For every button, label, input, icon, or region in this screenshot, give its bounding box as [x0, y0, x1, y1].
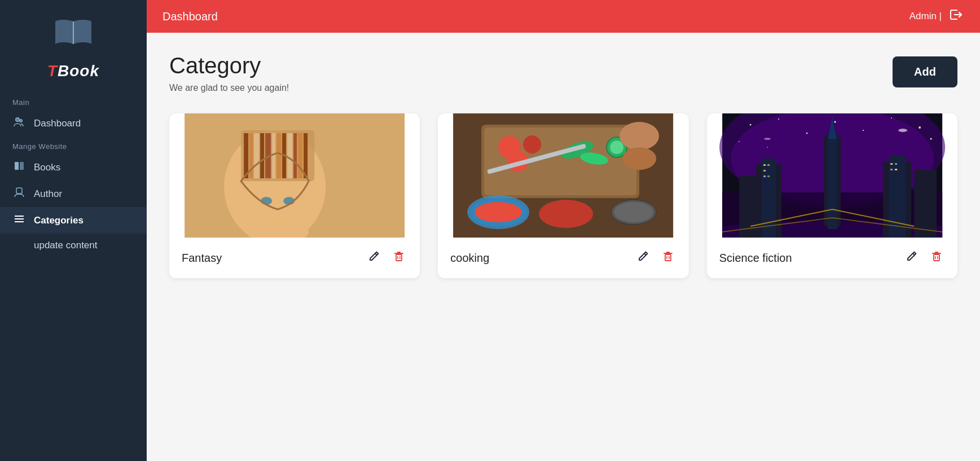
svg-point-63 [930, 138, 931, 140]
svg-point-62 [739, 141, 740, 142]
svg-rect-7 [16, 188, 22, 194]
svg-point-60 [891, 117, 892, 118]
cooking-delete-button[interactable] [660, 248, 676, 268]
sci-fi-edit-button[interactable] [903, 248, 920, 268]
fantasy-actions [366, 248, 407, 268]
svg-rect-6 [20, 162, 24, 170]
sidebar-logo-container [0, 0, 147, 62]
fantasy-label: Fantasy [182, 252, 222, 265]
sidebar-dashboard-label: Dashboard [34, 118, 81, 129]
svg-rect-19 [272, 133, 275, 178]
svg-rect-88 [934, 254, 939, 261]
svg-point-36 [523, 135, 541, 153]
svg-rect-51 [665, 254, 671, 261]
svg-point-41 [610, 141, 623, 154]
svg-rect-17 [260, 133, 264, 178]
svg-rect-69 [827, 133, 837, 229]
svg-point-44 [622, 147, 656, 170]
section-manage-label: Mange Website [0, 137, 147, 154]
category-card-sci-fi: Science fiction [707, 113, 957, 278]
svg-point-2 [16, 118, 19, 121]
svg-point-61 [919, 126, 921, 129]
svg-point-66 [767, 147, 768, 148]
header-title: Dashboard [162, 10, 218, 23]
logout-icon[interactable] [948, 7, 964, 26]
brand-t: T [47, 62, 58, 80]
page-body: Category We are glad to see you again! A… [147, 33, 980, 461]
cooking-label: cooking [450, 252, 489, 265]
svg-rect-16 [254, 133, 259, 178]
svg-point-86 [898, 129, 907, 132]
svg-point-48 [539, 200, 593, 228]
svg-rect-24 [298, 133, 302, 178]
sidebar-books-label: Books [34, 162, 60, 173]
main-content: Dashboard Admin | Category We are glad t… [147, 0, 980, 461]
fantasy-card-image [169, 113, 420, 238]
page-header-row: Category We are glad to see you again! A… [169, 53, 957, 93]
sci-fi-actions [903, 248, 945, 268]
svg-point-87 [764, 138, 771, 140]
page-title-block: Category We are glad to see you again! [169, 53, 289, 93]
sidebar-item-dashboard[interactable]: Dashboard [0, 110, 147, 137]
sidebar-item-author[interactable]: Author [0, 181, 147, 207]
page-subtitle: We are glad to see you again! [169, 83, 289, 93]
cooking-actions [635, 248, 676, 268]
fantasy-edit-button[interactable] [366, 248, 383, 268]
svg-rect-76 [914, 170, 937, 238]
svg-rect-77 [763, 164, 766, 166]
brand-book: Book [58, 62, 99, 80]
svg-rect-81 [767, 175, 770, 177]
section-main-label: Main [0, 93, 147, 110]
cooking-card-footer: cooking [438, 238, 688, 278]
svg-rect-22 [287, 133, 292, 178]
category-card-cooking: cooking [438, 113, 688, 278]
svg-rect-79 [763, 170, 766, 172]
svg-rect-20 [276, 133, 281, 178]
svg-rect-14 [244, 133, 248, 178]
fantasy-delete-button[interactable] [390, 248, 407, 268]
svg-point-50 [614, 202, 653, 222]
fantasy-card-footer: Fantasy [169, 238, 420, 278]
categories-grid: Fantasy [169, 113, 957, 278]
author-icon [12, 187, 26, 201]
sci-fi-label: Science fiction [719, 252, 792, 265]
sci-fi-card-footer: Science fiction [707, 238, 957, 278]
header-user: Admin | [909, 11, 942, 22]
add-category-button[interactable]: Add [893, 56, 957, 87]
svg-point-59 [834, 121, 836, 123]
svg-rect-82 [890, 163, 893, 165]
svg-point-57 [749, 124, 751, 126]
sidebar-categories-label: Categories [34, 215, 84, 226]
svg-rect-23 [293, 133, 297, 178]
dashboard-icon [12, 116, 26, 130]
cooking-edit-button[interactable] [635, 248, 652, 268]
categories-icon [12, 213, 26, 227]
sidebar: TBook Main Dashboard Mange Website Books… [0, 0, 147, 461]
page-title: Category [169, 53, 289, 78]
sidebar-item-categories[interactable]: Categories [0, 207, 147, 234]
svg-rect-78 [767, 164, 770, 166]
sidebar-item-update-content[interactable]: update content [0, 234, 147, 257]
svg-point-58 [778, 118, 779, 120]
svg-point-47 [474, 202, 522, 222]
top-header: Dashboard Admin | [147, 0, 980, 33]
svg-rect-25 [304, 133, 307, 178]
category-card-fantasy: Fantasy [169, 113, 420, 278]
svg-rect-29 [396, 254, 402, 261]
sidebar-item-books[interactable]: Books [0, 154, 147, 181]
svg-rect-84 [890, 169, 893, 170]
book-logo-icon [53, 16, 94, 52]
sidebar-author-label: Author [34, 188, 62, 200]
svg-rect-85 [895, 169, 897, 170]
svg-point-65 [806, 133, 807, 134]
sci-fi-card-image [707, 113, 957, 238]
sci-fi-delete-button[interactable] [928, 248, 945, 268]
svg-point-64 [863, 130, 864, 131]
svg-rect-83 [895, 163, 897, 165]
svg-rect-80 [763, 175, 766, 177]
sidebar-update-label: update content [34, 240, 97, 251]
header-right: Admin | [909, 7, 964, 26]
svg-point-43 [619, 122, 659, 150]
books-icon [12, 160, 26, 174]
cooking-card-image [438, 113, 688, 238]
